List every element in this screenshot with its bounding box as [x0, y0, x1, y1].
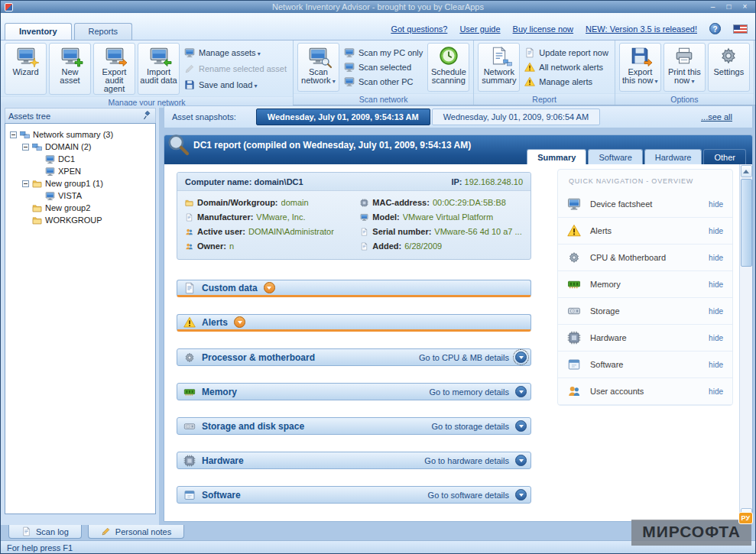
quick-nav-item[interactable]: Hardware hide	[558, 325, 732, 352]
tree-item[interactable]: VISTA	[7, 190, 154, 202]
report-section-header[interactable]: Storage and disk space Go to storage det…	[177, 417, 531, 435]
maximize-button[interactable]: □	[722, 2, 735, 12]
section-collapse-button[interactable]	[515, 489, 527, 501]
section-collapse-button[interactable]	[515, 386, 527, 397]
section-details-link[interactable]: Go to memory details	[429, 387, 509, 397]
computer-card-header: Computer name: domain\DC1 IP: 192.168.24…	[177, 173, 530, 191]
tree-item[interactable]: New group1 (1)	[7, 177, 154, 190]
tree-item[interactable]: DC1	[7, 153, 154, 165]
report-title: DC1 report (compiled on Wednesday, July …	[164, 135, 752, 151]
tree-item[interactable]: New group2	[7, 202, 154, 214]
tree-item[interactable]: XPEN	[7, 165, 154, 177]
section-collapse-button[interactable]	[515, 420, 527, 432]
tab-reports[interactable]: Reports	[74, 23, 133, 40]
rename-selected-asset-button[interactable]: Rename selected asset	[184, 62, 287, 75]
field-label: MAC-address:	[372, 198, 430, 207]
section-details-link[interactable]: Go to storage details	[431, 422, 509, 431]
report-tab[interactable]: Summary	[527, 149, 586, 164]
tree-item-label: VISTA	[58, 191, 82, 200]
scan-other-pc-button[interactable]: Scan other PC	[344, 76, 423, 89]
quick-nav-item[interactable]: Alerts hide	[558, 218, 732, 245]
ribbon-group-scan-network: Scan network Scan my PC only Scan select…	[294, 40, 474, 105]
report-tab[interactable]: Hardware	[644, 149, 702, 164]
section-collapse-button[interactable]	[515, 352, 527, 363]
section-icon	[183, 316, 196, 329]
import-audit-data-button[interactable]: Import audit data	[138, 43, 180, 95]
section-collapse-button[interactable]	[234, 316, 245, 328]
minimize-button[interactable]: –	[706, 2, 719, 12]
tree-expander[interactable]	[22, 144, 29, 151]
report-content: Computer name: domain\DC1 IP: 192.168.24…	[164, 164, 557, 521]
buy-license-link[interactable]: Buy license now	[513, 24, 574, 34]
export-audit-agent-button[interactable]: Export audit agent	[93, 43, 135, 95]
all-network-alerts-button[interactable]: All network alerts	[524, 60, 608, 73]
save-and-load-menu-button[interactable]: Save and load	[184, 78, 287, 91]
got-questions-link[interactable]: Got questions?	[391, 24, 447, 34]
vertical-scrollbar[interactable]	[739, 164, 752, 521]
scan-my-pc-button[interactable]: Scan my PC only	[344, 46, 423, 59]
snapshot-button[interactable]: Wednesday, July 01, 2009, 9:06:54 AM	[432, 109, 600, 125]
quick-nav-item[interactable]: Device factsheet hide	[558, 191, 732, 218]
manage-assets-menu-button[interactable]: Manage assets	[184, 47, 287, 60]
close-button[interactable]: ×	[738, 2, 751, 12]
export-this-now-button[interactable]: Export this now	[619, 43, 661, 92]
personal-notes-tab[interactable]: Personal notes	[88, 525, 184, 539]
quick-nav-item-label: Storage	[590, 306, 620, 316]
quick-nav-item[interactable]: CPU & Motherboard hide	[558, 245, 732, 271]
scan-log-tab[interactable]: Scan log	[8, 525, 82, 539]
new-asset-button[interactable]: New asset	[49, 43, 91, 95]
section-details-link[interactable]: Go to software details	[428, 491, 509, 500]
update-report-button[interactable]: Update report now	[524, 46, 608, 59]
settings-button[interactable]: Settings	[708, 43, 750, 92]
quick-nav-item[interactable]: Software hide	[558, 352, 732, 378]
network-summary-button[interactable]: Network summary	[478, 43, 520, 92]
quick-nav-item[interactable]: Memory hide	[558, 271, 732, 298]
user-guide-link[interactable]: User guide	[459, 24, 500, 34]
language-flag-icon[interactable]	[733, 24, 748, 34]
pin-icon[interactable]	[142, 111, 152, 121]
report-section-header[interactable]: Memory Go to memory details	[177, 383, 531, 400]
report-section-header[interactable]: Processor & motherboard Go to CPU & MB d…	[177, 348, 531, 366]
tree-item[interactable]: WORKGROUP	[7, 214, 154, 226]
tree-item[interactable]: DOMAIN (2)	[7, 141, 154, 153]
report-section-header[interactable]: Software Go to software details	[177, 486, 531, 504]
print-this-now-button[interactable]: Print this now	[664, 43, 706, 92]
quick-nav-item[interactable]: User accounts hide	[558, 378, 732, 405]
hide-link[interactable]: hide	[709, 334, 723, 342]
section-details-link[interactable]: Go to hardware details	[424, 456, 509, 465]
schedule-scanning-button[interactable]: Schedule scanning	[427, 43, 469, 92]
scroll-up-button[interactable]	[741, 165, 752, 177]
section-details-link[interactable]: Go to CPU & MB details	[419, 353, 509, 362]
report-section-header[interactable]: Hardware Go to hardware details	[177, 452, 531, 469]
see-all-link[interactable]: ...see all	[701, 112, 732, 121]
section-collapse-button[interactable]	[515, 455, 527, 466]
hide-link[interactable]: hide	[709, 361, 723, 369]
scan-network-button[interactable]: Scan network	[297, 43, 339, 92]
snapshot-button[interactable]: Wednesday, July 01, 2009, 9:54:13 AM	[256, 109, 430, 125]
section-collapse-button[interactable]	[264, 282, 275, 293]
wizard-button[interactable]: Wizard	[5, 43, 47, 95]
tree-expander[interactable]	[10, 131, 17, 138]
hide-link[interactable]: hide	[709, 254, 723, 262]
help-icon[interactable]	[709, 23, 721, 34]
tree-item[interactable]: Network summary (3)	[7, 128, 154, 141]
hide-link[interactable]: hide	[709, 200, 723, 209]
quick-nav-item[interactable]: Storage hide	[558, 298, 732, 325]
report-section-header[interactable]: Custom data	[177, 280, 531, 297]
hide-link[interactable]: hide	[709, 307, 723, 316]
scan-selected-button[interactable]: Scan selected	[344, 60, 423, 73]
tree-expander[interactable]	[22, 180, 29, 187]
new-version-link[interactable]: NEW: Version 3.5 is released!	[586, 24, 697, 34]
personal-notes-icon	[101, 526, 111, 536]
report-tab[interactable]: Other	[703, 149, 746, 164]
hide-link[interactable]: hide	[709, 280, 723, 289]
scrollbar-thumb[interactable]	[741, 179, 752, 267]
quick-nav-list: Device factsheet hide Alerts hide	[558, 191, 732, 405]
tab-inventory[interactable]: Inventory	[5, 23, 72, 40]
hide-link[interactable]: hide	[709, 227, 723, 235]
report-tab[interactable]: Software	[588, 149, 642, 164]
report-section-header[interactable]: Alerts	[177, 314, 531, 332]
hide-link[interactable]: hide	[709, 387, 723, 396]
manage-alerts-button[interactable]: Manage alerts	[524, 76, 608, 89]
header-links: Got questions? User guide Buy license no…	[391, 23, 748, 34]
